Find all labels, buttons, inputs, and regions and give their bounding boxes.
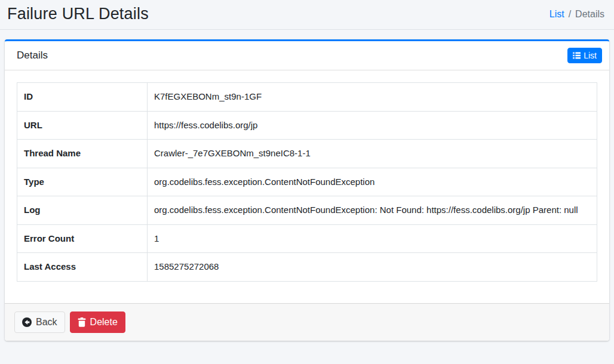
card-header: Details List — [5, 41, 609, 70]
row-value: org.codelibs.fess.exception.ContentNotFo… — [148, 168, 597, 196]
row-label: Log — [17, 196, 148, 225]
breadcrumb-current: Details — [575, 9, 604, 20]
row-label: Thread Name — [17, 140, 148, 168]
table-row: Last Access 1585275272068 — [17, 253, 597, 282]
table-row: Thread Name Crawler-_7e7GXEBONm_st9neIC8… — [17, 140, 597, 168]
page-title: Failure URL Details — [7, 5, 149, 23]
row-label: ID — [17, 83, 148, 112]
details-card: Details List ID K7fEGXEBONm_st9n-1GF — [5, 39, 609, 341]
row-value: 1585275272068 — [148, 253, 597, 282]
row-label: Error Count — [17, 224, 148, 253]
arrow-circle-left-icon — [22, 317, 32, 327]
row-value: Crawler-_7e7GXEBONm_st9neIC8-1-1 — [148, 140, 597, 168]
row-label: URL — [17, 111, 148, 140]
back-button[interactable]: Back — [14, 311, 65, 333]
card-title: Details — [17, 50, 48, 61]
row-label: Last Access — [17, 253, 148, 282]
row-label: Type — [17, 168, 148, 196]
card-body: ID K7fEGXEBONm_st9n-1GF URL https://fess… — [5, 70, 609, 303]
breadcrumb: List / Details — [549, 9, 604, 20]
table-row: Log org.codelibs.fess.exception.ContentN… — [17, 196, 597, 225]
row-value: 1 — [148, 224, 597, 253]
row-value: K7fEGXEBONm_st9n-1GF — [148, 83, 597, 112]
table-row: Error Count 1 — [17, 224, 597, 253]
delete-button-label: Delete — [90, 316, 118, 329]
breadcrumb-link-list[interactable]: List — [549, 9, 564, 20]
list-button-label: List — [584, 51, 597, 60]
back-button-label: Back — [36, 316, 57, 329]
th-list-icon — [573, 52, 581, 59]
table-row: URL https://fess.codelibs.org/jp — [17, 111, 597, 140]
card-footer: Back Delete — [5, 303, 609, 341]
row-value: org.codelibs.fess.exception.ContentNotFo… — [148, 196, 597, 225]
content-header: Failure URL Details List / Details — [0, 0, 614, 30]
details-table: ID K7fEGXEBONm_st9n-1GF URL https://fess… — [17, 82, 597, 282]
table-row: Type org.codelibs.fess.exception.Content… — [17, 168, 597, 196]
list-button[interactable]: List — [567, 48, 602, 63]
row-value: https://fess.codelibs.org/jp — [148, 111, 597, 140]
table-row: ID K7fEGXEBONm_st9n-1GF — [17, 83, 597, 112]
delete-button[interactable]: Delete — [70, 311, 125, 333]
trash-icon — [78, 317, 86, 327]
breadcrumb-separator: / — [569, 9, 571, 20]
